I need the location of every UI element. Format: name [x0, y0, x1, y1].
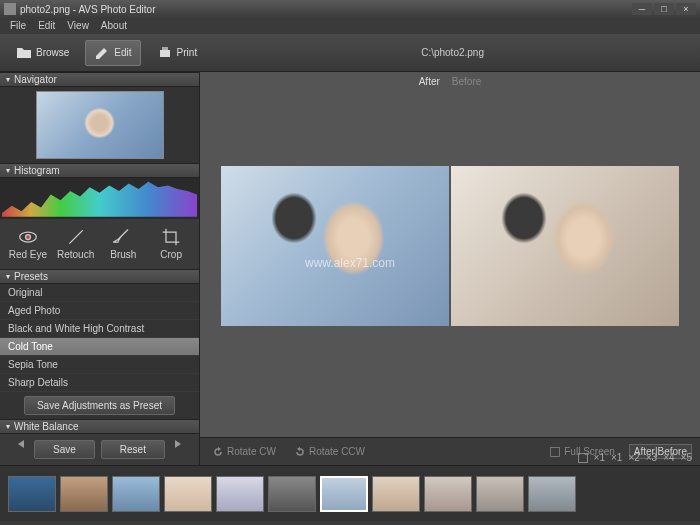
next-button[interactable]	[175, 440, 181, 448]
maximize-button[interactable]: □	[654, 3, 674, 15]
preset-list: Original Aged Photo Black and White High…	[0, 284, 199, 392]
fullscreen-icon	[549, 446, 561, 458]
menu-file[interactable]: File	[4, 18, 32, 34]
preset-original[interactable]: Original	[0, 284, 199, 302]
zoom-controls: ×1 ×1 ×2 ×3 ×4 ×5	[578, 452, 692, 463]
zoom-fit-button[interactable]	[578, 453, 588, 463]
pencil-icon	[94, 45, 110, 61]
crop-label: Crop	[160, 249, 182, 260]
rotate-ccw-label: Rotate CCW	[309, 446, 365, 457]
thumb-11[interactable]	[528, 476, 576, 512]
thumb-2[interactable]	[60, 476, 108, 512]
histogram-chart	[2, 180, 197, 217]
after-image[interactable]	[221, 166, 449, 326]
svg-rect-0	[160, 50, 170, 57]
navigator-header[interactable]: Navigator	[0, 72, 199, 87]
retouch-tool[interactable]: Retouch	[54, 227, 98, 260]
prev-button[interactable]	[18, 440, 24, 448]
file-path: C:\photo2.png	[213, 47, 692, 58]
minimize-button[interactable]: ─	[632, 3, 652, 15]
svg-point-3	[25, 235, 30, 240]
whitebalance-header[interactable]: White Balance	[0, 419, 199, 434]
brush-label: Brush	[110, 249, 136, 260]
rotate-cw-label: Rotate CW	[227, 446, 276, 457]
thumb-3[interactable]	[112, 476, 160, 512]
preset-sharp[interactable]: Sharp Details	[0, 374, 199, 392]
crop-tool[interactable]: Crop	[149, 227, 193, 260]
rotate-ccw-button[interactable]: Rotate CCW	[290, 444, 369, 460]
close-button[interactable]: ×	[676, 3, 696, 15]
menu-view[interactable]: View	[61, 18, 95, 34]
preset-sepia[interactable]: Sepia Tone	[0, 356, 199, 374]
browse-button[interactable]: Browse	[8, 41, 77, 65]
svg-rect-1	[162, 47, 168, 50]
rotate-cw-icon	[212, 446, 224, 458]
rotate-ccw-icon	[294, 446, 306, 458]
redeye-label: Red Eye	[9, 249, 47, 260]
eye-icon	[18, 227, 38, 247]
histogram-header[interactable]: Histogram	[0, 163, 199, 178]
print-button[interactable]: Print	[149, 41, 206, 65]
thumb-10[interactable]	[476, 476, 524, 512]
thumb-5[interactable]	[216, 476, 264, 512]
retouch-label: Retouch	[57, 249, 94, 260]
window-title: photo2.png - AVS Photo Editor	[20, 4, 632, 15]
folder-icon	[16, 45, 32, 61]
app-icon	[4, 3, 16, 15]
menu-edit[interactable]: Edit	[32, 18, 61, 34]
edit-button[interactable]: Edit	[85, 40, 140, 66]
print-label: Print	[177, 47, 198, 58]
thumb-1[interactable]	[8, 476, 56, 512]
zoom-1a[interactable]: ×1	[594, 452, 605, 463]
paintbrush-icon	[113, 227, 133, 247]
browse-label: Browse	[36, 47, 69, 58]
preset-bw[interactable]: Black and White High Contrast	[0, 320, 199, 338]
thumb-6[interactable]	[268, 476, 316, 512]
thumb-9[interactable]	[424, 476, 472, 512]
thumb-8[interactable]	[372, 476, 420, 512]
zoom-5[interactable]: ×5	[681, 452, 692, 463]
presets-header[interactable]: Presets	[0, 269, 199, 284]
histogram-panel	[0, 178, 199, 219]
reset-button[interactable]: Reset	[101, 440, 165, 459]
thumb-4[interactable]	[164, 476, 212, 512]
thumb-7[interactable]	[320, 476, 368, 512]
before-image[interactable]	[451, 166, 679, 326]
image-viewer: www.alex71.com	[200, 90, 700, 437]
zoom-2[interactable]: ×2	[628, 452, 639, 463]
navigator-panel	[0, 87, 199, 163]
save-button[interactable]: Save	[34, 440, 95, 459]
zoom-4[interactable]: ×4	[663, 452, 674, 463]
rotate-cw-button[interactable]: Rotate CW	[208, 444, 280, 460]
tab-after[interactable]: After	[419, 76, 440, 87]
filmstrip	[0, 465, 700, 521]
brush-tool[interactable]: Brush	[101, 227, 145, 260]
redeye-tool[interactable]: Red Eye	[6, 227, 50, 260]
menu-bar: File Edit View About	[0, 18, 700, 34]
printer-icon	[157, 45, 173, 61]
preset-aged[interactable]: Aged Photo	[0, 302, 199, 320]
zoom-3[interactable]: ×3	[646, 452, 657, 463]
navigator-thumbnail[interactable]	[36, 91, 164, 159]
edit-label: Edit	[114, 47, 131, 58]
zoom-1b[interactable]: ×1	[611, 452, 622, 463]
save-preset-button[interactable]: Save Adjustments as Preset	[24, 396, 175, 415]
menu-about[interactable]: About	[95, 18, 133, 34]
preset-cold[interactable]: Cold Tone	[0, 338, 199, 356]
tab-before[interactable]: Before	[452, 76, 481, 87]
crop-icon	[161, 227, 181, 247]
svg-rect-4	[551, 447, 560, 456]
brush-icon	[66, 227, 86, 247]
